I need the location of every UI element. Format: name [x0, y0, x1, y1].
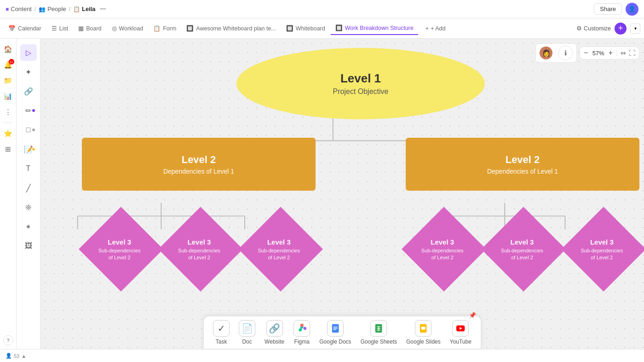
tab-board[interactable]: ▦ Board	[74, 22, 106, 35]
breadcrumb-content[interactable]: ■ Content	[6, 6, 32, 12]
sidebar-apps[interactable]: ⊞	[1, 142, 15, 156]
breadcrumb-people[interactable]: 👥 People	[39, 6, 66, 12]
l3-l1-sub: Sub-dependenciesof Level 2	[98, 247, 141, 261]
embed-website[interactable]: 🔗 Website	[264, 320, 284, 345]
sidebar-more[interactable]: ⋮	[1, 105, 15, 119]
level3-left-2[interactable]: Level 3 Sub-dependenciesof Level 2	[161, 209, 236, 290]
tab-workload[interactable]: ◎ Workload	[107, 22, 148, 35]
youtube-icon	[452, 320, 469, 337]
new-view-button[interactable]: +	[615, 23, 627, 35]
pin-button[interactable]: 📌	[469, 312, 476, 319]
level1-subtitle: Project Objective	[333, 88, 389, 96]
tab-calendar[interactable]: 📅 Calendar	[4, 22, 46, 35]
integration-tool[interactable]: ✴	[20, 218, 37, 235]
l3-l3-sub: Sub-dependenciesof Level 2	[258, 247, 300, 261]
top-bar: ■ Content / 👥 People / 📋 Leila ••• Share…	[0, 0, 644, 18]
text-tool[interactable]: T	[20, 160, 37, 177]
select-tool[interactable]: ▷	[20, 44, 37, 61]
main-layout: 🏠 🔔 11 📁 📊 ⋮ ⭐ ⊞ ? ▷ ✦ 🔗 ✏ □ 📝 T	[0, 39, 644, 349]
l3-l3-title: Level 3	[267, 238, 291, 246]
l3-r2-sub: Sub-dependenciesof Level 2	[501, 247, 543, 261]
tab-list[interactable]: ☰ List	[47, 22, 73, 35]
svg-rect-18	[333, 327, 337, 327]
level1-node[interactable]: Level 1 Project Objective	[236, 48, 485, 119]
l3-r3-sub: Sub-dependenciesof Level 2	[581, 247, 623, 261]
board-icon: ▦	[78, 25, 84, 32]
l3-l2-title: Level 3	[188, 238, 211, 246]
level2-right-node[interactable]: Level 2 Dependencies of Level 1	[406, 138, 639, 191]
draw-tool[interactable]: ╱	[20, 180, 37, 196]
task-icon: ✓	[213, 320, 230, 337]
customize-button[interactable]: ⚙ Customize	[576, 25, 611, 32]
level2-left-node[interactable]: Level 2 Dependencies of Level 1	[82, 138, 316, 191]
level3-right-2[interactable]: Level 3 Sub-dependenciesof Level 2	[484, 209, 559, 290]
embed-doc[interactable]: 📄 Doc	[239, 320, 255, 345]
level3-left-1[interactable]: Level 3 Sub-dependenciesof Level 2	[82, 209, 157, 290]
google-docs-icon	[327, 320, 344, 337]
status-left: 👤 53 ▲	[6, 353, 26, 359]
embed-google-slides[interactable]: Google Slides	[406, 320, 441, 345]
svg-rect-27	[421, 327, 426, 329]
doc-icon: 📄	[239, 320, 255, 337]
level2-left-title: Level 2	[182, 154, 216, 166]
status-chevron[interactable]: ▲	[21, 353, 26, 359]
l3-l1-title: Level 3	[108, 238, 131, 246]
sidebar-notifications[interactable]: 🔔 11	[1, 58, 15, 72]
workload-icon: ◎	[112, 25, 117, 32]
help-button[interactable]: ?	[3, 335, 13, 345]
level3-left-3[interactable]: Level 3 Sub-dependenciesof Level 2	[242, 209, 316, 290]
l3-r1-sub: Sub-dependenciesof Level 2	[421, 247, 464, 261]
embed-task[interactable]: ✓ Task	[213, 320, 230, 345]
tool-active-dot	[32, 109, 35, 112]
app-sidebar: 🏠 🔔 11 📁 📊 ⋮ ⭐ ⊞ ?	[0, 39, 17, 349]
google-sheets-icon	[370, 320, 387, 337]
user-avatar-top[interactable]: 👤	[626, 3, 638, 16]
awesome-whiteboard-icon: 🔲	[186, 25, 194, 32]
tab-bar-right: ⚙ Customize + ▾	[576, 23, 640, 35]
embed-google-docs[interactable]: Google Docs	[319, 320, 351, 345]
status-bar: 👤 53 ▲	[0, 349, 644, 362]
breadcrumb-leila[interactable]: 📋 Leila	[73, 6, 96, 12]
tab-form[interactable]: 📋 Form	[149, 22, 181, 35]
shape-tool[interactable]: □	[20, 122, 37, 138]
breadcrumb: ■ Content / 👥 People / 📋 Leila •••	[6, 6, 590, 12]
tab-awesome-whiteboard[interactable]: 🔲 Awesome Whiteboard plan te...	[182, 22, 280, 35]
sidebar-favorites[interactable]: ⭐	[1, 127, 15, 140]
share-button[interactable]: Share	[594, 3, 622, 15]
connect-tool[interactable]: ❊	[20, 199, 37, 216]
status-count: 53	[14, 353, 19, 359]
level3-left-group: Level 3 Sub-dependenciesof Level 2 Level…	[82, 209, 316, 290]
sidebar-home[interactable]: 🏠	[1, 42, 15, 56]
embed-tool[interactable]: 🖼	[20, 238, 37, 254]
wbs-icon: 🔲	[335, 24, 343, 31]
note-tool[interactable]: 📝	[20, 141, 37, 158]
calendar-icon: 📅	[8, 25, 16, 32]
canvas-toolbar: ▷ ✦ 🔗 ✏ □ 📝 T ╱ ❊ ✴ 🖼	[17, 39, 40, 349]
link-tool[interactable]: 🔗	[20, 83, 37, 99]
level3-right-1[interactable]: Level 3 Sub-dependenciesof Level 2	[405, 209, 480, 290]
level2-right-title: Level 2	[506, 154, 540, 166]
list-icon: ☰	[52, 25, 57, 32]
embed-figma[interactable]: Figma	[293, 320, 310, 345]
level1-title: Level 1	[340, 71, 381, 86]
level2-right-subtitle: Dependencies of Level 1	[487, 168, 558, 175]
svg-rect-19	[333, 328, 337, 328]
sidebar-files[interactable]: 📁	[1, 74, 15, 88]
customize-icon: ⚙	[576, 25, 582, 32]
note-dot	[32, 148, 35, 151]
pen-tool[interactable]: ✏	[20, 102, 37, 119]
view-dropdown[interactable]: ▾	[630, 23, 640, 34]
embed-youtube[interactable]: YouTube	[450, 320, 472, 345]
svg-rect-20	[333, 329, 336, 330]
add-tab-button[interactable]: + + Add	[421, 23, 450, 34]
tab-whiteboard[interactable]: 🔲 Whiteboard	[282, 22, 330, 35]
tab-wbs[interactable]: 🔲 Work Breakdown Structure	[331, 22, 418, 35]
level3-right-3[interactable]: Level 3 Sub-dependenciesof Level 2	[564, 209, 639, 290]
embed-google-sheets[interactable]: Google Sheets	[361, 320, 397, 345]
tab-bar: 📅 Calendar ☰ List ▦ Board ◎ Workload 📋 F…	[0, 18, 644, 39]
sidebar-dashboard[interactable]: 📊	[1, 89, 15, 103]
whiteboard-icon: 🔲	[286, 25, 293, 32]
sparkle-tool[interactable]: ✦	[20, 64, 37, 80]
canvas-area[interactable]: 👩 ℹ − 57% + ⇔ ⛶	[40, 39, 644, 349]
more-options-icon[interactable]: •••	[100, 6, 106, 12]
